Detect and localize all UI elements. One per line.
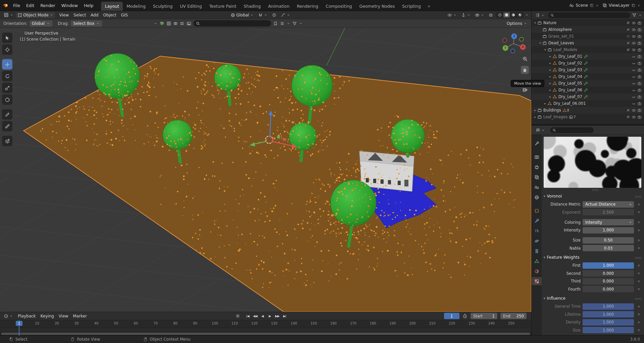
cam-icon[interactable] bbox=[637, 101, 642, 106]
exclude-checkbox[interactable]: ✓ bbox=[626, 41, 630, 45]
eye-icon[interactable] bbox=[632, 34, 636, 39]
animate-dot[interactable] bbox=[638, 272, 640, 274]
disclosure-icon[interactable]: ▸ bbox=[548, 55, 552, 58]
disclosure-icon[interactable]: ▾ bbox=[538, 41, 542, 45]
jump-to-end-button[interactable]: ▶| bbox=[281, 313, 288, 319]
mode-dropdown[interactable]: Object Mode bbox=[16, 12, 55, 18]
geocode-search-field[interactable] bbox=[193, 20, 271, 27]
object-visibility-dropdown[interactable] bbox=[446, 12, 458, 18]
exclude-checkbox[interactable]: ✓ bbox=[626, 108, 630, 112]
gizmos-dropdown[interactable] bbox=[459, 12, 472, 18]
3d-scene[interactable]: ZXY bbox=[0, 28, 531, 312]
properties-tab-constraints[interactable] bbox=[532, 247, 542, 255]
menu-help[interactable]: Help bbox=[81, 2, 97, 9]
outliner-row[interactable]: ▸Dry_Leaf_06 bbox=[532, 87, 644, 93]
tab-animation[interactable]: Animation bbox=[264, 2, 293, 11]
disclosure-icon[interactable]: ▸ bbox=[533, 115, 537, 119]
viewlayer-selector[interactable]: ViewLayer bbox=[602, 3, 641, 8]
size-field[interactable]: 0.50 bbox=[583, 237, 634, 244]
zoom-view-button[interactable] bbox=[521, 55, 529, 63]
drag-dropdown[interactable]: Select Box bbox=[71, 20, 102, 27]
viewport-menu-object[interactable]: Object bbox=[101, 12, 118, 18]
tool-add-cube[interactable] bbox=[2, 136, 12, 146]
menu-file[interactable]: File bbox=[10, 2, 23, 9]
disclosure-icon[interactable]: ▸ bbox=[548, 68, 552, 72]
eye-icon[interactable] bbox=[632, 115, 636, 119]
xray-icon[interactable] bbox=[180, 21, 185, 26]
move-view-button[interactable] bbox=[521, 66, 529, 74]
animate-dot[interactable] bbox=[638, 240, 640, 241]
overlays-icon[interactable] bbox=[173, 21, 178, 26]
disclosure-icon[interactable]: ▸ bbox=[533, 109, 537, 112]
tool-cursor[interactable] bbox=[2, 44, 12, 55]
proportional-edit-toggle[interactable] bbox=[270, 12, 278, 18]
properties-editor-type-button[interactable] bbox=[534, 127, 547, 133]
general-time-slider[interactable]: 1.000 bbox=[583, 303, 634, 310]
eye-off-icon[interactable] bbox=[632, 54, 636, 59]
tab-texture-paint[interactable]: Texture Paint bbox=[205, 2, 240, 11]
overlays-dropdown[interactable] bbox=[473, 12, 486, 18]
outliner-row[interactable]: ▸Dry_Leaf_04 bbox=[532, 73, 644, 80]
properties-tab-material[interactable] bbox=[532, 267, 542, 275]
properties-search-field[interactable] bbox=[550, 127, 594, 133]
properties-tab-object[interactable] bbox=[532, 207, 542, 215]
timeline-menu-marker[interactable]: Marker bbox=[70, 313, 89, 319]
tab-sculpting[interactable]: Sculpting bbox=[149, 2, 176, 11]
start-frame-field[interactable]: Start1 bbox=[470, 313, 497, 319]
transform-orientation-dropdown[interactable]: Global bbox=[229, 12, 255, 18]
viewport-menu-gis[interactable]: GIS bbox=[118, 12, 130, 18]
shading-solid-button[interactable] bbox=[503, 12, 510, 17]
editor-type-button[interactable] bbox=[2, 12, 15, 18]
outliner-row[interactable]: ▾Leaf_Models✓ bbox=[532, 46, 644, 53]
scrollbar-handle[interactable] bbox=[1, 333, 530, 335]
list-icon[interactable] bbox=[280, 21, 285, 26]
exclude-checkbox[interactable] bbox=[626, 34, 630, 38]
viewport-menu-add[interactable]: Add bbox=[88, 12, 101, 18]
shading-rendered-button[interactable] bbox=[517, 12, 523, 17]
cam-icon[interactable] bbox=[637, 68, 642, 72]
properties-tab-scene[interactable] bbox=[532, 183, 542, 191]
timeline-menu-view[interactable]: View bbox=[56, 313, 70, 319]
xray-toggle[interactable] bbox=[487, 12, 495, 18]
tool-transform[interactable] bbox=[2, 94, 12, 105]
lifetime-slider[interactable]: 1.000 bbox=[583, 311, 634, 317]
tool-scale[interactable] bbox=[2, 83, 12, 93]
tab-layout[interactable]: Layout bbox=[101, 2, 123, 11]
eye-off-icon[interactable] bbox=[632, 81, 636, 86]
next-keyframe-button[interactable]: ▶▶ bbox=[274, 313, 281, 319]
outliner-row[interactable]: Grass_set_01 bbox=[532, 33, 644, 40]
section-header-feature-weights[interactable]: ▾Feature Weights bbox=[544, 253, 641, 261]
jump-to-start-button[interactable]: |◀ bbox=[244, 313, 251, 319]
coloring-dropdown[interactable]: Intensity bbox=[583, 219, 634, 225]
filter-funnel-icon[interactable] bbox=[292, 21, 297, 26]
cam-icon[interactable] bbox=[637, 81, 642, 86]
scene-selector[interactable]: Scene bbox=[569, 3, 599, 8]
properties-tab-object-data[interactable] bbox=[532, 257, 542, 265]
filter-funnel-icon[interactable] bbox=[632, 13, 637, 17]
exclude-checkbox[interactable]: ✓ bbox=[626, 115, 630, 119]
animate-dot[interactable] bbox=[638, 247, 640, 249]
outliner-row[interactable]: ▸Leaf_Images7✓ bbox=[532, 114, 644, 120]
outliner-row[interactable]: ▸Dry_Leaf_01 bbox=[532, 53, 644, 60]
previous-keyframe-button[interactable]: ◀◀ bbox=[252, 313, 258, 319]
play-reverse-button[interactable]: ◀ bbox=[259, 313, 266, 319]
grid-icon[interactable] bbox=[166, 21, 171, 26]
cam-icon[interactable] bbox=[637, 21, 642, 25]
disclosure-icon[interactable]: ▸ bbox=[548, 88, 552, 92]
eye-off-icon[interactable] bbox=[632, 68, 636, 72]
timeline-track[interactable] bbox=[0, 328, 531, 332]
section-header-influence[interactable]: ▾Influence bbox=[544, 294, 641, 302]
outliner-row[interactable]: Atmosphere✓ bbox=[532, 26, 644, 33]
add-workspace-button[interactable]: + bbox=[425, 2, 433, 11]
animate-dot[interactable] bbox=[638, 306, 640, 307]
cam-icon[interactable] bbox=[637, 61, 642, 66]
exclude-checkbox[interactable]: ✓ bbox=[626, 48, 630, 52]
second-slider[interactable]: 0.000 bbox=[583, 270, 634, 276]
tool-measure[interactable] bbox=[2, 121, 12, 131]
animate-dot[interactable] bbox=[638, 288, 640, 290]
disclosure-icon[interactable]: ▸ bbox=[548, 61, 552, 65]
exclude-checkbox[interactable]: ✓ bbox=[626, 28, 630, 32]
play-button[interactable]: ▶ bbox=[266, 313, 273, 319]
properties-tab-output[interactable] bbox=[532, 163, 542, 171]
unlink-scene-icon[interactable] bbox=[595, 4, 599, 7]
